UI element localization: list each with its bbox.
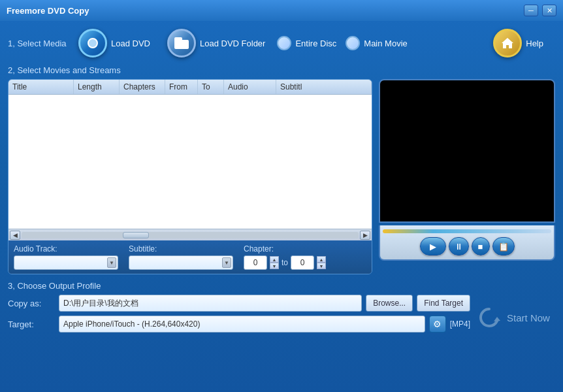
help-button[interactable]: Help xyxy=(488,26,549,60)
main-area: 1, Select Media Load DVD Load DVD Folder… xyxy=(0,21,563,338)
video-buttons: ▶ ⏸ ■ 📋 xyxy=(383,237,551,255)
home-icon xyxy=(493,29,522,57)
dvd-icon xyxy=(78,29,107,57)
audio-track-label: Audio Track: xyxy=(14,244,118,253)
chapter-label: Chapter: xyxy=(244,244,326,253)
video-controls: ▶ ⏸ ■ 📋 xyxy=(379,225,555,261)
col-length: Length xyxy=(74,80,120,94)
house-svg xyxy=(500,37,515,50)
chapter-to-spinners: ▲ ▼ xyxy=(317,256,326,269)
help-label: Help xyxy=(526,39,543,48)
copy-as-row: Copy as: Browse... Find Target xyxy=(8,295,470,312)
target-label: Target: xyxy=(8,319,55,329)
start-area: Start Now xyxy=(470,295,555,331)
subtitle-select[interactable] xyxy=(129,255,233,270)
find-target-button[interactable]: Find Target xyxy=(417,295,470,312)
gear-button[interactable]: ⚙ xyxy=(429,316,446,333)
audio-track-select[interactable] xyxy=(14,255,118,270)
step1-label: 1, Select Media xyxy=(8,39,73,48)
scroll-left-arrow[interactable]: ◀ xyxy=(10,231,20,240)
subtitle-group: Subtitle: ▼ xyxy=(129,244,233,270)
progress-bar[interactable] xyxy=(383,229,551,233)
play-button[interactable]: ▶ xyxy=(420,237,446,255)
middle-row: Title Length Chapters From To Audio Subt… xyxy=(8,79,555,274)
scroll-right-arrow[interactable]: ▶ xyxy=(360,231,370,240)
chapter-range: ▲ ▼ to ▲ ▼ xyxy=(244,255,326,270)
minimize-button[interactable]: ─ xyxy=(524,5,538,16)
entire-disc-option[interactable]: Entire Disc xyxy=(277,36,336,50)
format-badge: [MP4] xyxy=(450,319,470,329)
step3-and-start: Copy as: Browse... Find Target Target: ⚙… xyxy=(8,295,555,333)
video-preview xyxy=(379,79,555,223)
refresh-icon xyxy=(475,304,503,331)
entire-disc-radio[interactable] xyxy=(277,36,291,50)
target-row: Target: ⚙ [MP4] xyxy=(8,316,470,333)
panel-left: Title Length Chapters From To Audio Subt… xyxy=(8,79,372,274)
scroll-thumb[interactable] xyxy=(123,232,149,238)
step2-label: 2, Select Movies and Streams xyxy=(8,65,555,75)
panel-right: ▶ ⏸ ■ 📋 xyxy=(379,79,555,274)
col-chapters: Chapters xyxy=(120,80,165,94)
start-now-button[interactable]: Start Now xyxy=(507,312,550,323)
horizontal-scrollbar[interactable]: ◀ ▶ xyxy=(8,229,372,240)
subtitle-select-wrapper: ▼ xyxy=(129,255,233,270)
col-audio: Audio xyxy=(224,80,276,94)
window-controls: ─ ✕ xyxy=(524,5,556,16)
load-dvd-folder-label: Load DVD Folder xyxy=(200,39,265,48)
copy-as-label: Copy as: xyxy=(8,299,55,308)
refresh-svg xyxy=(475,304,503,331)
audio-track-select-wrapper: ▼ xyxy=(14,255,118,270)
svg-marker-1 xyxy=(494,317,500,321)
main-movie-radio[interactable] xyxy=(346,36,360,50)
chapter-to-text: to xyxy=(282,258,288,267)
step1-bar: 1, Select Media Load DVD Load DVD Folder… xyxy=(8,26,555,60)
load-dvd-label: Load DVD xyxy=(111,39,150,48)
main-movie-label: Main Movie xyxy=(364,39,407,48)
col-title: Title xyxy=(8,80,74,94)
col-to: To xyxy=(198,80,224,94)
controls-row: Audio Track: ▼ Subtitle: ▼ Chapter: xyxy=(8,240,372,274)
target-input[interactable] xyxy=(59,316,425,333)
load-dvd-folder-button[interactable]: Load DVD Folder xyxy=(162,26,270,60)
entire-disc-label: Entire Disc xyxy=(295,39,336,48)
chapter-from-input[interactable] xyxy=(244,255,267,270)
chapter-from-up[interactable]: ▲ xyxy=(270,256,279,263)
col-subtitl: Subtitl xyxy=(276,80,372,94)
dvd-folder-icon xyxy=(167,29,196,57)
chapter-to-up[interactable]: ▲ xyxy=(317,256,326,263)
stop-button[interactable]: ■ xyxy=(472,237,490,255)
step3-section: 3, Choose Output Profile Copy as: Browse… xyxy=(8,281,555,333)
chapter-from-spinners: ▲ ▼ xyxy=(270,256,279,269)
step3-label: 3, Choose Output Profile xyxy=(8,281,555,291)
table-body xyxy=(8,95,372,229)
pause-button[interactable]: ⏸ xyxy=(449,237,469,255)
app-title: Freemore DVD Copy xyxy=(7,6,89,16)
step3-fields: Copy as: Browse... Find Target Target: ⚙… xyxy=(8,295,470,333)
main-movie-option[interactable]: Main Movie xyxy=(346,36,407,50)
load-dvd-button[interactable]: Load DVD xyxy=(73,26,155,60)
col-from: From xyxy=(165,80,198,94)
titlebar: Freemore DVD Copy ─ ✕ xyxy=(0,0,563,21)
browse-button[interactable]: Browse... xyxy=(366,295,413,312)
subtitle-label: Subtitle: xyxy=(129,244,233,253)
copy-as-input[interactable] xyxy=(59,295,362,312)
snapshot-button[interactable]: 📋 xyxy=(492,237,515,255)
scroll-track[interactable] xyxy=(22,232,359,238)
chapter-to-input[interactable] xyxy=(291,255,314,270)
table-header: Title Length Chapters From To Audio Subt… xyxy=(8,80,372,95)
close-button[interactable]: ✕ xyxy=(542,5,556,16)
audio-track-group: Audio Track: ▼ xyxy=(14,244,118,270)
folder-shape xyxy=(174,37,189,49)
chapter-to-down[interactable]: ▼ xyxy=(317,263,326,269)
chapter-group: Chapter: ▲ ▼ to ▲ ▼ xyxy=(244,244,326,270)
chapter-from-down[interactable]: ▼ xyxy=(270,263,279,269)
svg-marker-0 xyxy=(502,38,513,48)
